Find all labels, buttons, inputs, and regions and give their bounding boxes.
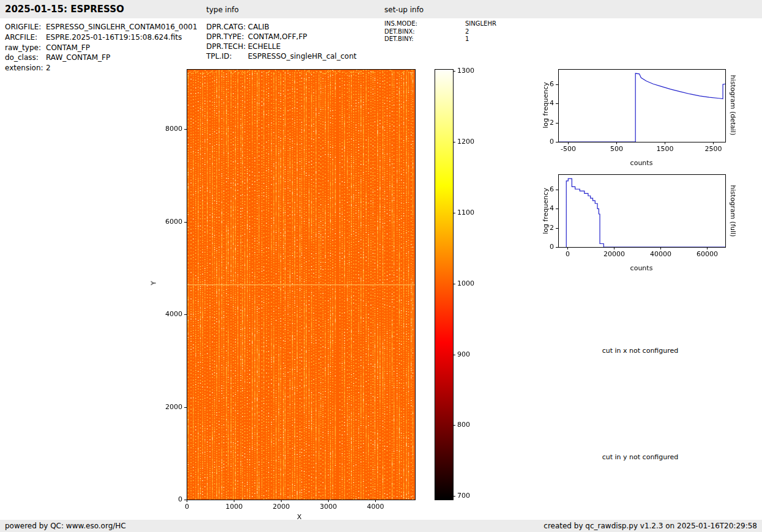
metadata-row-dpr-tech: DPR.TECH: ECHELLE <box>206 42 356 51</box>
metadata-value: ESPRE.2025-01-16T19:15:08.624.fits <box>46 32 182 43</box>
histogram-detail-plot <box>514 61 759 174</box>
metadata-label: INS.MODE: <box>384 20 465 28</box>
main-yaxis-label: Y <box>150 281 158 286</box>
metadata-value: CONTAM_FP <box>46 43 90 53</box>
raw-frame-heatmap <box>147 61 490 526</box>
metadata-label: DET.BINX: <box>384 28 465 36</box>
footer-bar: powered by QC: www.eso.org/HC created by… <box>0 520 762 532</box>
metadata-value: 1 <box>465 35 469 43</box>
qc-report-page: 2025-01-15: ESPRESSO type info set-up in… <box>0 0 762 532</box>
metadata-row-raw-type: raw_type: CONTAM_FP <box>5 43 197 53</box>
metadata-value: CONTAM,OFF,FP <box>248 32 307 42</box>
metadata-row-tpl-id: TPL.ID: ESPRESSO_singleHR_cal_cont <box>206 51 356 61</box>
metadata-row-ins-mode: INS.MODE: SINGLEHR <box>384 20 496 28</box>
metadata-label: TPL.ID: <box>206 51 248 61</box>
metadata-value: CALIB <box>248 22 269 32</box>
metadata-label: DPR.TYPE: <box>206 32 248 42</box>
metadata-row-arcfile: ARCFILE: ESPRE.2025-01-16T19:15:08.624.f… <box>5 32 197 43</box>
setup-info-heading: set-up info <box>384 6 424 14</box>
metadata-row-det-biny: DET.BINY: 1 <box>384 35 496 43</box>
metadata-value: SINGLEHR <box>465 20 496 28</box>
setup-info-block: INS.MODE: SINGLEHR DET.BINX: 2 DET.BINY:… <box>384 20 496 43</box>
footer-right-text: created by qc_rawdisp.py v1.2.3 on 2025-… <box>543 522 757 530</box>
cut-y-note: cut in y not configured <box>602 453 679 461</box>
metadata-label: DET.BINY: <box>384 35 465 43</box>
footer-left-text: powered by QC: www.eso.org/HC <box>5 522 126 530</box>
metadata-label: ORIGFILE: <box>5 22 46 32</box>
metadata-label: extension: <box>5 63 46 73</box>
page-title: 2025-01-15: ESPRESSO <box>5 4 124 15</box>
metadata-row-dpr-catg: DPR.CATG: CALIB <box>206 22 356 32</box>
metadata-label: ARCFILE: <box>5 32 46 43</box>
metadata-value: ESPRESSO_SINGLEHR_CONTAM016_0001 <box>46 22 197 32</box>
hist-detail-yaxis-label: log frequency <box>542 82 550 128</box>
metadata-value: RAW_CONTAM_FP <box>46 53 110 63</box>
histogram-full-plot <box>514 166 759 279</box>
type-info-heading: type info <box>206 6 239 14</box>
header-bar: 2025-01-15: ESPRESSO type info set-up in… <box>0 0 762 18</box>
metadata-row-dpr-type: DPR.TYPE: CONTAM,OFF,FP <box>206 32 356 42</box>
metadata-value: ESPRESSO_singleHR_cal_cont <box>248 51 356 61</box>
metadata-row-origfile: ORIGFILE: ESPRESSO_SINGLEHR_CONTAM016_00… <box>5 22 197 32</box>
hist-full-right-label: histogram (full) <box>729 185 737 237</box>
hist-full-xaxis-label: counts <box>630 264 653 272</box>
hist-full-yaxis-label: log frequency <box>542 188 550 234</box>
metadata-value: 2 <box>465 28 469 36</box>
metadata-label: do_class: <box>5 53 46 63</box>
type-info-block: DPR.CATG: CALIB DPR.TYPE: CONTAM,OFF,FP … <box>206 22 356 61</box>
hist-detail-xaxis-label: counts <box>630 159 653 167</box>
metadata-label: raw_type: <box>5 43 46 53</box>
metadata-row-det-binx: DET.BINX: 2 <box>384 28 496 36</box>
hist-detail-right-label: histogram (detail) <box>729 75 737 136</box>
metadata-label: DPR.CATG: <box>206 22 248 32</box>
metadata-value: 2 <box>46 63 51 73</box>
metadata-value: ECHELLE <box>248 42 281 51</box>
metadata-label: DPR.TECH: <box>206 42 248 51</box>
cut-x-note: cut in x not configured <box>602 347 679 355</box>
